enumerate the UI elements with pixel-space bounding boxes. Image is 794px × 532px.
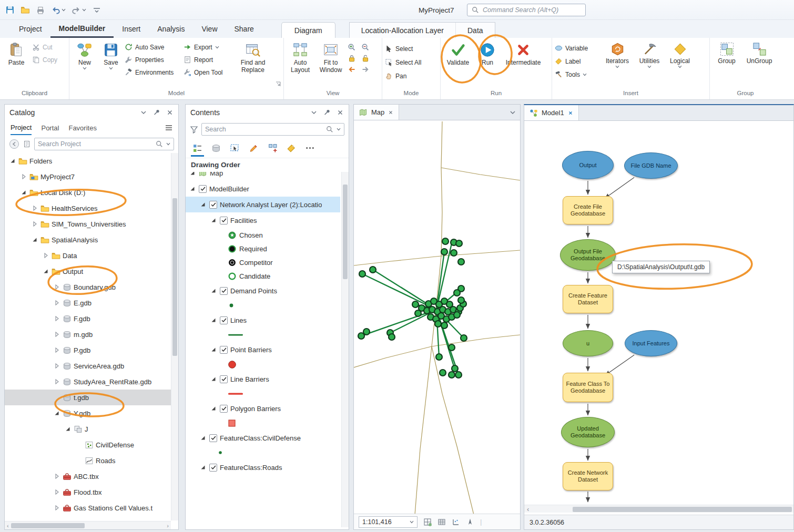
catalog-tree-item[interactable]: Flood.tbx xyxy=(5,484,171,500)
navigate-back-icon[interactable] xyxy=(348,65,358,74)
select-button[interactable]: Select xyxy=(385,44,421,54)
validate-button[interactable]: Validate xyxy=(443,40,473,67)
expand-collapse-icon[interactable] xyxy=(210,346,217,353)
catalog-tree-item[interactable]: CivilDefense xyxy=(5,437,171,453)
lock-icon[interactable] xyxy=(348,54,358,63)
contents-layer-item[interactable]: Line Barriers xyxy=(186,371,340,387)
model-node-create_file_gdb[interactable]: Create File Geodatabase xyxy=(563,196,613,224)
legend-symbol-row[interactable]: Competitor xyxy=(186,255,340,269)
model-canvas[interactable]: D:\SpatialAnalysis\Output\t.gdb OutputFi… xyxy=(524,121,793,505)
zoom-out-icon[interactable] xyxy=(361,43,372,52)
basemap-grid-icon[interactable] xyxy=(423,518,432,526)
visibility-checkbox[interactable] xyxy=(209,201,217,209)
pin-icon[interactable] xyxy=(153,109,160,116)
expand-expand-icon[interactable] xyxy=(31,220,38,228)
chevron-down-icon[interactable] xyxy=(140,109,147,116)
chevron-down-icon[interactable] xyxy=(310,109,318,116)
redo-button[interactable] xyxy=(72,5,86,15)
catalog-tree-item[interactable]: Folders xyxy=(5,153,171,169)
catalog-tree-item[interactable]: Local Disk (D:) xyxy=(5,185,171,200)
more-options-icon[interactable] xyxy=(305,143,315,153)
catalog-tree-item[interactable]: E.gdb xyxy=(5,295,171,311)
legend-symbol-row[interactable] xyxy=(186,416,340,430)
close-icon[interactable] xyxy=(568,110,573,116)
unlock-icon[interactable] xyxy=(361,54,372,63)
contents-vertical-scrollbar[interactable] xyxy=(341,172,349,527)
ribbon-tab-modelbuilder[interactable]: ModelBuilder xyxy=(50,20,114,38)
export-button[interactable]: Export xyxy=(184,42,234,52)
expand-expand-icon[interactable] xyxy=(53,504,60,511)
catalog-tab-project[interactable]: Project xyxy=(11,120,32,135)
visibility-checkbox[interactable] xyxy=(220,217,228,224)
catalog-tree-item[interactable]: StudyArea_RentRate.gdb xyxy=(5,374,171,390)
attribute-table-icon[interactable] xyxy=(437,518,446,526)
catalog-tree-item[interactable]: SIM_Towns_Universities xyxy=(5,216,171,232)
expand-collapse-icon[interactable] xyxy=(42,268,49,275)
contents-layer-item[interactable]: FeatureClass:Roads xyxy=(186,459,340,475)
zoom-in-icon[interactable] xyxy=(348,43,358,52)
close-icon[interactable] xyxy=(388,110,393,115)
catalog-tree-item[interactable]: F.gdb xyxy=(5,311,171,326)
command-search[interactable]: Command Search (Alt+Q) xyxy=(467,4,586,16)
catalog-tree-item[interactable]: HealthServices xyxy=(5,200,171,216)
tools-button[interactable]: Tools xyxy=(555,69,600,79)
auto-layout-button[interactable]: Auto Layout xyxy=(287,40,314,74)
catalog-tree-item[interactable]: Output xyxy=(5,263,171,279)
expand-expand-icon[interactable] xyxy=(53,362,60,370)
expand-collapse-icon[interactable] xyxy=(64,425,72,433)
catalog-search-input[interactable]: Search Project xyxy=(34,138,174,150)
pin-icon[interactable] xyxy=(323,109,331,116)
expand-collapse-icon[interactable] xyxy=(210,217,217,224)
group-button[interactable]: Group xyxy=(712,40,741,65)
expand-expand-icon[interactable] xyxy=(53,331,60,338)
tab-model1[interactable]: Model1 xyxy=(524,105,579,120)
ribbon-tab-insert[interactable]: Insert xyxy=(114,20,149,38)
model-node-input_features[interactable]: Input Features xyxy=(625,330,677,356)
expand-collapse-icon[interactable] xyxy=(31,236,38,243)
contents-layer-item[interactable]: Point Barriers xyxy=(186,342,340,357)
run-button[interactable]: Run xyxy=(475,40,500,67)
dialog-launcher-icon[interactable] xyxy=(275,81,281,87)
expand-collapse-icon[interactable] xyxy=(210,375,217,383)
utilities-button[interactable]: Utilities xyxy=(635,40,664,68)
expand-collapse-icon[interactable] xyxy=(9,157,16,165)
catalog-tree-item[interactable]: J xyxy=(5,421,171,437)
back-button[interactable] xyxy=(9,139,19,149)
tab-diagram[interactable]: Diagram xyxy=(281,22,335,38)
visibility-checkbox[interactable] xyxy=(199,185,207,193)
ribbon-tab-project[interactable]: Project xyxy=(11,20,50,38)
visibility-checkbox[interactable] xyxy=(220,287,228,295)
tab-data[interactable]: Data xyxy=(456,23,495,38)
visibility-checkbox[interactable] xyxy=(209,434,217,442)
expand-collapse-icon[interactable] xyxy=(199,464,207,471)
chevron-down-icon[interactable] xyxy=(509,109,516,116)
visibility-checkbox[interactable] xyxy=(220,316,228,324)
catalog-tree-item[interactable]: ServiceArea.gdb xyxy=(5,358,171,374)
menu-hamburger-icon[interactable] xyxy=(165,124,173,132)
model-node-fc_to_gdb[interactable]: Feature Class To Geodatabase xyxy=(563,373,613,402)
paste-button[interactable]: Paste xyxy=(3,40,30,67)
contents-layer-item[interactable]: Network Analyst Layer (2):Locatio xyxy=(186,197,340,212)
model-node-u[interactable]: u xyxy=(563,330,613,356)
fit-to-window-button[interactable]: Fit to Window xyxy=(316,40,345,74)
expand-expand-icon[interactable] xyxy=(53,283,60,291)
pan-button[interactable]: Pan xyxy=(385,71,421,81)
catalog-tab-favorites[interactable]: Favorites xyxy=(68,120,96,135)
ribbon-tab-analysis[interactable]: Analysis xyxy=(149,20,193,38)
visibility-checkbox[interactable] xyxy=(220,405,228,413)
expand-collapse-icon[interactable] xyxy=(210,287,217,294)
legend-symbol-row[interactable]: Candidate xyxy=(186,269,340,283)
catalog-tree-item[interactable]: Roads xyxy=(5,453,171,468)
map-viewport[interactable] xyxy=(354,120,520,514)
report-button[interactable]: Report xyxy=(184,55,234,65)
legend-symbol-row[interactable]: Chosen xyxy=(186,228,340,242)
undo-button[interactable] xyxy=(51,5,66,15)
expand-expand-icon[interactable] xyxy=(53,299,60,306)
expand-collapse-icon[interactable] xyxy=(53,410,60,417)
new-model-button[interactable]: New xyxy=(72,40,97,70)
visibility-checkbox[interactable] xyxy=(220,375,228,383)
catalog-tree-item[interactable]: ABC.tbx xyxy=(5,468,171,484)
expand-collapse-icon[interactable] xyxy=(189,185,196,192)
contents-layer-item[interactable]: Lines xyxy=(186,312,340,328)
expand-collapse-icon[interactable] xyxy=(199,434,207,442)
